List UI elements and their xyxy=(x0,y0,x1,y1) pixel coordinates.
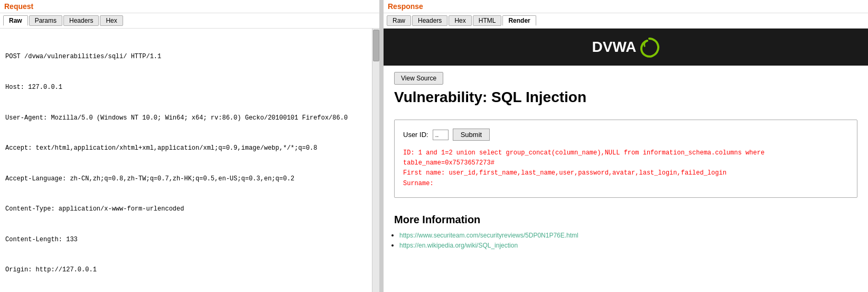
page-title: Vulnerability: SQL Injection xyxy=(384,89,868,114)
result-line-2: First name: user_id,first_name,last_name… xyxy=(403,168,848,178)
response-title: Response xyxy=(384,0,868,13)
info-link-1[interactable]: https://www.securiteam.com/securityrevie… xyxy=(399,232,578,239)
req-line-content-length: Content-Length: 133 xyxy=(5,235,367,245)
more-info-title: More Information xyxy=(384,203,868,231)
request-title: Request xyxy=(0,0,379,13)
dvwa-swirl-icon xyxy=(639,36,660,58)
info-link-2[interactable]: https://en.wikipedia.org/wiki/SQL_inject… xyxy=(399,242,518,249)
request-scrollbar-thumb xyxy=(373,30,379,61)
result-line-3: Surname: xyxy=(403,179,848,189)
result-line-1: ID: 1 and 1=2 union select group_concat(… xyxy=(403,148,848,168)
request-content-wrapper: POST /dvwa/vulnerabilities/sqli/ HTTP/1.… xyxy=(0,29,379,292)
req-line-accept: Accept: text/html,application/xhtml+xml,… xyxy=(5,143,367,153)
response-panel: Response Raw Headers Hex HTML Render DVW… xyxy=(384,0,868,292)
tab-params-request[interactable]: Params xyxy=(29,15,62,26)
user-id-label: User ID: xyxy=(403,131,428,139)
req-line-accept-lang: Accept-Language: zh-CN,zh;q=0.8,zh-TW;q=… xyxy=(5,174,367,184)
form-row: User ID: Submit xyxy=(403,129,848,141)
tab-html-response[interactable]: HTML xyxy=(473,15,502,26)
sql-injection-form: User ID: Submit ID: 1 and 1=2 union sele… xyxy=(394,120,857,198)
dvwa-logo: DVWA xyxy=(592,36,660,58)
dvwa-header: DVWA xyxy=(384,29,868,66)
tab-hex-response[interactable]: Hex xyxy=(449,15,471,26)
request-body: POST /dvwa/vulnerabilities/sqli/ HTTP/1.… xyxy=(0,29,372,292)
tab-headers-response[interactable]: Headers xyxy=(412,15,447,26)
info-links-list: https://www.securiteam.com/securityrevie… xyxy=(384,231,868,257)
req-line-origin: Origin: http://127.0.0.1 xyxy=(5,265,367,275)
req-line-content-type: Content-Type: application/x-www-form-url… xyxy=(5,204,367,214)
tab-render-response[interactable]: Render xyxy=(502,15,536,26)
tab-hex-request[interactable]: Hex xyxy=(100,15,123,26)
dvwa-logo-text: DVWA xyxy=(592,39,637,56)
req-line-host: Host: 127.0.0.1 xyxy=(5,83,367,93)
info-link-item-1: https://www.securiteam.com/securityrevie… xyxy=(399,231,857,239)
response-tabs: Raw Headers Hex HTML Render xyxy=(384,13,868,29)
response-body: DVWA View Source Vulnerability: SQL Inje… xyxy=(384,29,868,292)
req-line-ua: User-Agent: Mozilla/5.0 (Windows NT 10.0… xyxy=(5,113,367,123)
tab-raw-request[interactable]: Raw xyxy=(3,15,28,26)
view-source-button[interactable]: View Source xyxy=(394,72,443,85)
info-link-item-2: https://en.wikipedia.org/wiki/SQL_inject… xyxy=(399,241,857,249)
submit-button[interactable]: Submit xyxy=(453,129,490,141)
tab-raw-response[interactable]: Raw xyxy=(387,15,411,26)
request-scrollbar[interactable] xyxy=(372,29,379,292)
request-tabs: Raw Params Headers Hex xyxy=(0,13,379,29)
result-area: ID: 1 and 1=2 union select group_concat(… xyxy=(403,146,848,189)
user-id-input[interactable] xyxy=(433,130,449,140)
tab-headers-request[interactable]: Headers xyxy=(63,15,99,26)
req-line-1: POST /dvwa/vulnerabilities/sqli/ HTTP/1.… xyxy=(5,52,367,62)
request-panel: Request Raw Params Headers Hex POST /dvw… xyxy=(0,0,380,292)
